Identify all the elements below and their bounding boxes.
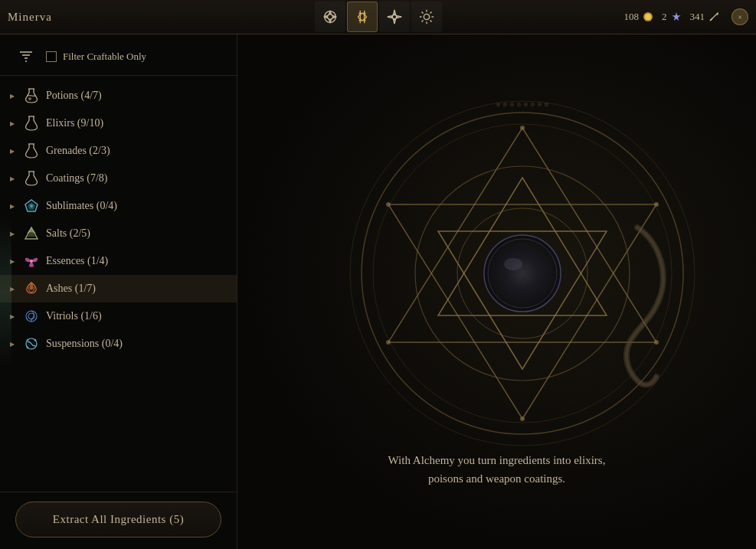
svg-point-1 — [360, 13, 365, 20]
svg-text:⊕ ⊗ ⊕ ⊗ ⊕ ⊗ ⊕ ⊗: ⊕ ⊗ ⊕ ⊗ ⊕ ⊗ ⊕ ⊗ — [496, 101, 549, 108]
svg-point-9 — [30, 204, 33, 208]
stat-sword: 341 — [690, 11, 721, 23]
extract-button[interactable]: Extract All Ingredients (5) — [15, 502, 221, 538]
description-area: With Alchemy you turn ingredients into e… — [237, 451, 756, 488]
craftable-checkbox[interactable] — [46, 51, 57, 62]
nav-icon-3[interactable] — [379, 2, 410, 32]
potions-icon — [23, 87, 40, 104]
elixirs-icon — [23, 115, 40, 132]
alchemy-circle: ⊕ ⊗ ⊕ ⊗ ⊕ ⊗ ⊕ ⊗ — [339, 90, 706, 457]
list-item[interactable]: ▶ Sublimates (0/4) — [0, 192, 237, 220]
ashes-label: Ashes (1/7) — [46, 283, 225, 295]
sort-button[interactable] — [15, 46, 37, 67]
potions-label: Potions (4/7) — [46, 90, 225, 102]
stat-star: 2 — [662, 11, 682, 23]
coatings-icon — [23, 170, 40, 187]
svg-point-36 — [386, 202, 391, 207]
list-item[interactable]: ▶ Grenades (2/3) — [0, 137, 237, 165]
list-item[interactable]: ▶ Coatings (7/8) — [0, 165, 237, 192]
list-item[interactable]: ▶ Elixirs (9/10) — [0, 109, 237, 137]
sword-icon — [708, 11, 720, 23]
sublimates-icon — [23, 198, 40, 214]
expand-arrow-sublimates: ▶ — [8, 201, 17, 211]
expand-arrow-potions: ▶ — [8, 91, 17, 100]
right-panel: ⊕ ⊗ ⊕ ⊗ ⊕ ⊗ ⊕ ⊗ With Alchemy you turn in… — [237, 34, 756, 549]
nav-icon-4[interactable] — [411, 2, 442, 32]
top-bar: Minerva — [0, 0, 756, 34]
stat-sword-value: 341 — [690, 11, 705, 23]
description-line1: With Alchemy you turn ingredients into e… — [268, 451, 725, 469]
expand-arrow-grenades: ▶ — [8, 146, 17, 155]
filter-label: Filter Craftable Only — [63, 51, 146, 63]
svg-point-37 — [654, 202, 659, 207]
suspensions-label: Suspensions (0/4) — [46, 338, 225, 350]
grenades-icon — [23, 142, 40, 159]
elixirs-label: Elixirs (9/10) — [46, 117, 225, 129]
svg-point-35 — [520, 417, 525, 421]
svg-point-5 — [645, 14, 651, 20]
stat-star-value: 2 — [662, 11, 667, 23]
coatings-label: Coatings (7/8) — [46, 172, 225, 185]
svg-point-13 — [30, 260, 33, 263]
expand-arrow-elixirs: ▶ — [8, 119, 17, 128]
sublimates-label: Sublimates (0/4) — [46, 200, 225, 212]
svg-point-19 — [27, 347, 29, 349]
nav-icon-1[interactable] — [315, 2, 345, 32]
vitriols-icon — [23, 308, 40, 325]
energy-icon — [642, 11, 654, 23]
salts-label: Salts (2/5) — [46, 227, 225, 240]
list-item[interactable]: ▶ Salts (2/5) — [0, 220, 237, 247]
list-item[interactable]: ▶ Vitriols (1/6) — [0, 302, 237, 330]
app-title: Minerva — [8, 11, 52, 24]
essences-icon — [23, 253, 40, 270]
svg-point-6 — [29, 98, 31, 100]
list-item[interactable]: ▶ Ashes (1/7) — [0, 275, 237, 302]
svg-point-18 — [34, 339, 37, 341]
left-edge-decoration — [0, 215, 11, 368]
list-item[interactable]: ▶ Suspensions (0/4) — [0, 330, 237, 358]
list-item[interactable]: ▶ Potions (4/7) — [0, 82, 237, 109]
vitriols-label: Vitriols (1/6) — [46, 310, 225, 322]
stat-energy-value: 108 — [624, 11, 640, 23]
stat-energy: 108 — [624, 11, 655, 23]
svg-point-3 — [424, 14, 429, 19]
svg-point-34 — [386, 340, 391, 345]
svg-point-0 — [324, 11, 335, 23]
nav-icons — [315, 2, 442, 32]
bottom-area: Extract All Ingredients (5) — [0, 492, 237, 549]
recipe-list[interactable]: ▶ Potions (4/7) ▶ — [0, 76, 237, 492]
suspensions-icon — [23, 335, 40, 352]
craftable-filter[interactable]: Filter Craftable Only — [46, 51, 146, 63]
ashes-icon — [23, 280, 40, 297]
nav-icon-2[interactable] — [347, 2, 378, 32]
svg-point-31 — [504, 258, 522, 270]
star-icon — [670, 11, 682, 23]
svg-point-32 — [520, 126, 525, 130]
essences-label: Essences (1/4) — [46, 255, 225, 267]
svg-point-2 — [392, 15, 397, 19]
top-right-stats: 108 2 341 — [624, 8, 749, 25]
svg-point-29 — [484, 235, 561, 312]
left-panel: Filter Craftable Only ▶ Potions (4/7) — [0, 34, 237, 549]
salts-icon — [23, 225, 40, 242]
description-line2: poisons and weapon coatings. — [268, 469, 725, 488]
grenades-label: Grenades (2/3) — [46, 145, 225, 157]
main-content: Filter Craftable Only ▶ Potions (4/7) — [0, 34, 756, 549]
expand-arrow-coatings: ▶ — [8, 174, 17, 183]
close-button[interactable]: × — [731, 8, 748, 25]
svg-point-33 — [654, 340, 659, 345]
svg-point-17 — [27, 339, 29, 341]
filter-bar: Filter Craftable Only — [0, 34, 237, 76]
list-item[interactable]: ▶ Essences (1/4) — [0, 247, 237, 275]
